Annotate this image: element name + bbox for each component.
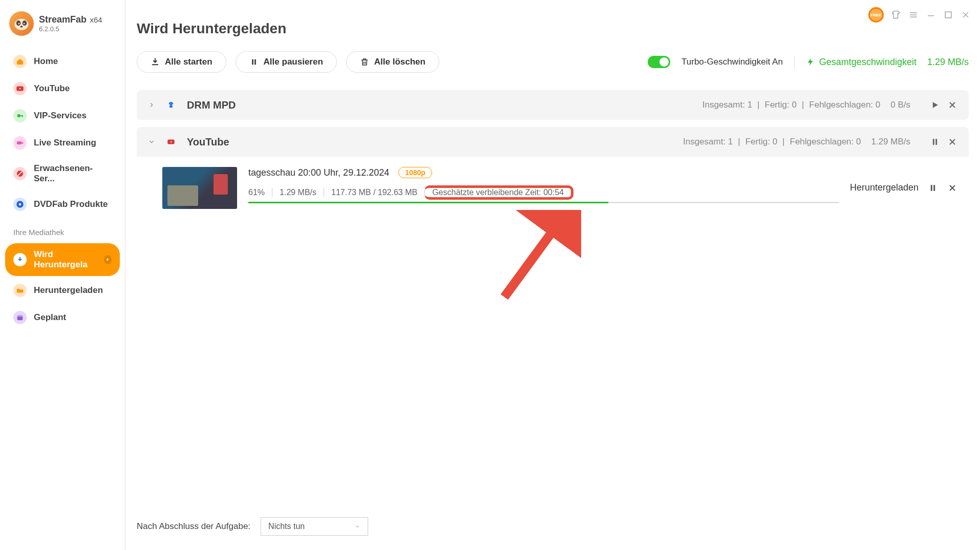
sidebar-lib-heruntergeladen[interactable]: Heruntergeladen bbox=[5, 278, 120, 303]
home-icon bbox=[13, 55, 27, 68]
sidebar-item-vipservices[interactable]: VIP-Services bbox=[5, 103, 120, 129]
item-meta: 61%1.29 MB/s117.73 MB / 192.63 MBGeschät… bbox=[248, 185, 839, 200]
progress-bar bbox=[248, 202, 839, 203]
sidebar-lib-wirdheruntergela[interactable]: Wird Heruntergela bbox=[5, 243, 120, 276]
download-badge-icon bbox=[104, 255, 112, 264]
play-icon[interactable] bbox=[930, 100, 940, 110]
app-logo: StreamFab x64 6.2.0.5 bbox=[5, 11, 120, 47]
item-eta: Geschätzte verbleibende Zeit: 00:54 bbox=[424, 185, 573, 200]
chevron-icon[interactable] bbox=[148, 138, 155, 145]
sidebar-section-label: Ihre Mediathek bbox=[5, 219, 120, 242]
sidebar-item-label: Geplant bbox=[34, 312, 66, 323]
svg-rect-30 bbox=[931, 185, 932, 191]
sidebar-item-youtube[interactable]: YouTube bbox=[5, 76, 120, 101]
svg-point-14 bbox=[19, 203, 22, 206]
close-icon[interactable] bbox=[961, 10, 971, 20]
sidebar-lib-geplant[interactable]: Geplant bbox=[5, 305, 120, 330]
youtube-icon bbox=[164, 135, 178, 149]
maximize-icon[interactable] bbox=[943, 10, 953, 20]
minimize-icon[interactable] bbox=[926, 10, 936, 20]
item-speed: 1.29 MB/s bbox=[272, 188, 324, 197]
mpd-icon bbox=[164, 98, 178, 112]
download-item: tagesschau 20:00 Uhr, 29.12.20241080p61%… bbox=[137, 157, 969, 219]
download-icon bbox=[13, 253, 27, 266]
close-icon[interactable] bbox=[947, 183, 957, 193]
item-title: tagesschau 20:00 Uhr, 29.12.2024 bbox=[248, 167, 389, 178]
quality-badge: 1080p bbox=[398, 167, 432, 178]
svg-rect-25 bbox=[254, 59, 256, 65]
svg-point-3 bbox=[18, 23, 20, 25]
svg-rect-26 bbox=[169, 106, 173, 108]
pause-icon[interactable] bbox=[930, 137, 940, 147]
sidebar-item-label: Erwachsenen-Ser... bbox=[34, 163, 112, 184]
sidebar-item-label: YouTube bbox=[34, 83, 70, 94]
app-arch: x64 bbox=[90, 15, 102, 24]
key-icon bbox=[13, 109, 27, 122]
svg-rect-24 bbox=[252, 59, 253, 65]
svg-point-4 bbox=[24, 23, 25, 25]
turbo-toggle[interactable] bbox=[648, 56, 670, 68]
lightning-icon bbox=[806, 56, 815, 68]
group-stats: Insgesamt: 1|Fertig: 0|Fehlgeschlagen: 0… bbox=[683, 137, 910, 147]
item-size: 117.73 MB / 192.63 MB bbox=[324, 188, 424, 197]
svg-rect-29 bbox=[935, 139, 937, 145]
chevron-icon[interactable] bbox=[148, 101, 155, 109]
main-area: FREE Wird Heruntergeladen Alle starten A… bbox=[125, 0, 980, 550]
sidebar-item-dvdfabprodukte[interactable]: DVDFab Produkte bbox=[5, 192, 120, 217]
pause-all-button[interactable]: Alle pausieren bbox=[236, 51, 337, 73]
sidebar-item-label: DVDFab Produkte bbox=[34, 199, 108, 209]
sloth-logo-icon bbox=[9, 11, 34, 36]
item-percent: 61% bbox=[248, 188, 272, 197]
svg-point-7 bbox=[17, 114, 20, 117]
toolbar: Alle starten Alle pausieren Alle löschen… bbox=[137, 51, 969, 73]
divider bbox=[794, 56, 795, 68]
group-title: DRM MPD bbox=[187, 99, 236, 111]
svg-rect-16 bbox=[17, 315, 23, 317]
chevron-down-icon bbox=[354, 523, 360, 530]
pause-icon bbox=[249, 57, 259, 67]
after-task-label: Nach Abschluss der Aufgabe: bbox=[137, 521, 250, 532]
free-badge-icon[interactable]: FREE bbox=[868, 7, 884, 23]
pause-icon[interactable] bbox=[928, 183, 938, 193]
group-header[interactable]: YouTubeInsgesamt: 1|Fertig: 0|Fehlgeschl… bbox=[137, 127, 969, 157]
group-header[interactable]: DRM MPDInsgesamt: 1|Fertig: 0|Fehlgeschl… bbox=[137, 90, 969, 120]
sidebar-item-home[interactable]: Home bbox=[5, 49, 120, 74]
start-all-button[interactable]: Alle starten bbox=[137, 51, 226, 73]
sidebar-item-livestreaming[interactable]: Live Streaming bbox=[5, 130, 120, 156]
camera-icon bbox=[13, 136, 27, 150]
svg-point-5 bbox=[20, 26, 23, 27]
svg-line-32 bbox=[504, 220, 561, 297]
annotation-arrow bbox=[494, 210, 581, 307]
sidebar-item-label: Home bbox=[34, 56, 58, 67]
trash-icon bbox=[360, 57, 369, 67]
app-name: StreamFab bbox=[39, 14, 87, 25]
group-title: YouTube bbox=[187, 136, 229, 148]
calendar-icon bbox=[13, 311, 27, 324]
sidebar-item-label: VIP-Services bbox=[34, 111, 87, 121]
sidebar-item-label: Live Streaming bbox=[34, 138, 96, 148]
download-group: DRM MPDInsgesamt: 1|Fertig: 0|Fehlgeschl… bbox=[137, 90, 969, 120]
item-status: Heruntergeladen bbox=[850, 182, 919, 193]
group-actions bbox=[930, 100, 957, 110]
svg-rect-28 bbox=[933, 139, 934, 145]
close-icon[interactable] bbox=[947, 100, 957, 110]
sidebar: StreamFab x64 6.2.0.5 HomeYouTubeVIP-Ser… bbox=[0, 0, 125, 550]
after-task-select[interactable]: Nichts tun bbox=[261, 517, 368, 536]
svg-rect-21 bbox=[945, 12, 951, 18]
video-thumbnail bbox=[162, 167, 237, 209]
svg-rect-9 bbox=[22, 115, 23, 117]
page-title: Wird Heruntergeladen bbox=[137, 0, 969, 51]
delete-all-button[interactable]: Alle löschen bbox=[346, 51, 439, 73]
shirt-icon[interactable] bbox=[891, 10, 901, 20]
menu-icon[interactable] bbox=[908, 10, 919, 20]
group-actions bbox=[930, 137, 957, 147]
titlebar: FREE bbox=[868, 7, 971, 23]
sidebar-item-erwachsenenser[interactable]: Erwachsenen-Ser... bbox=[5, 157, 120, 190]
group-stats: Insgesamt: 1|Fertig: 0|Fehlgeschlagen: 0… bbox=[702, 100, 910, 110]
sidebar-item-label: Heruntergeladen bbox=[34, 285, 103, 295]
svg-rect-10 bbox=[17, 141, 22, 144]
app-version: 6.2.0.5 bbox=[39, 25, 102, 33]
close-icon[interactable] bbox=[947, 137, 957, 147]
youtube-icon bbox=[13, 82, 27, 95]
adult-icon bbox=[13, 167, 27, 180]
